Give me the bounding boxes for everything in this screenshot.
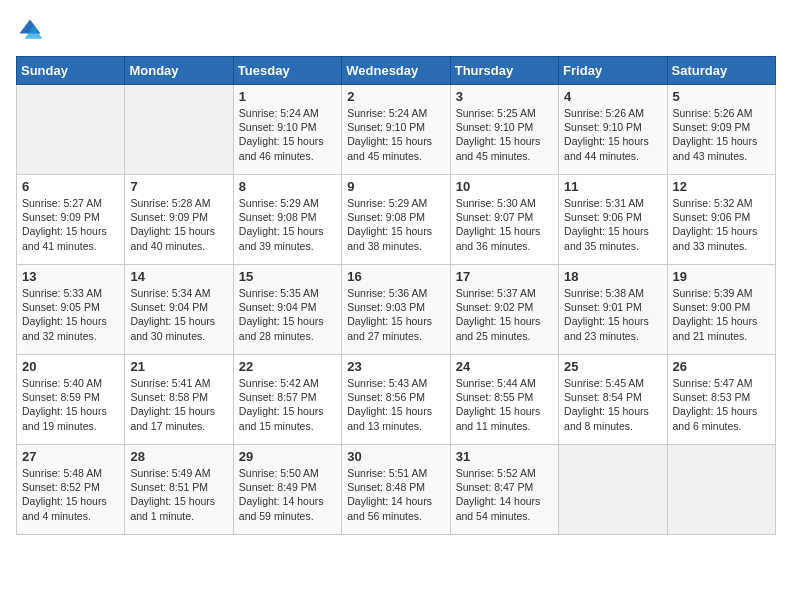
day-info: Sunrise: 5:29 AM Sunset: 9:08 PM Dayligh… bbox=[347, 196, 444, 253]
calendar-cell: 31Sunrise: 5:52 AM Sunset: 8:47 PM Dayli… bbox=[450, 445, 558, 535]
day-number: 16 bbox=[347, 269, 444, 284]
weekday-header: Thursday bbox=[450, 57, 558, 85]
day-info: Sunrise: 5:31 AM Sunset: 9:06 PM Dayligh… bbox=[564, 196, 661, 253]
day-info: Sunrise: 5:30 AM Sunset: 9:07 PM Dayligh… bbox=[456, 196, 553, 253]
day-number: 10 bbox=[456, 179, 553, 194]
calendar-cell: 28Sunrise: 5:49 AM Sunset: 8:51 PM Dayli… bbox=[125, 445, 233, 535]
day-number: 1 bbox=[239, 89, 336, 104]
day-number: 2 bbox=[347, 89, 444, 104]
day-number: 24 bbox=[456, 359, 553, 374]
day-number: 14 bbox=[130, 269, 227, 284]
calendar-cell bbox=[667, 445, 775, 535]
calendar-cell: 27Sunrise: 5:48 AM Sunset: 8:52 PM Dayli… bbox=[17, 445, 125, 535]
day-info: Sunrise: 5:24 AM Sunset: 9:10 PM Dayligh… bbox=[347, 106, 444, 163]
day-number: 5 bbox=[673, 89, 770, 104]
day-number: 11 bbox=[564, 179, 661, 194]
calendar-cell: 13Sunrise: 5:33 AM Sunset: 9:05 PM Dayli… bbox=[17, 265, 125, 355]
logo-icon bbox=[16, 16, 44, 44]
day-number: 23 bbox=[347, 359, 444, 374]
calendar-cell: 15Sunrise: 5:35 AM Sunset: 9:04 PM Dayli… bbox=[233, 265, 341, 355]
calendar-cell: 29Sunrise: 5:50 AM Sunset: 8:49 PM Dayli… bbox=[233, 445, 341, 535]
calendar-week-row: 27Sunrise: 5:48 AM Sunset: 8:52 PM Dayli… bbox=[17, 445, 776, 535]
calendar-cell: 18Sunrise: 5:38 AM Sunset: 9:01 PM Dayli… bbox=[559, 265, 667, 355]
calendar-cell bbox=[17, 85, 125, 175]
weekday-header: Sunday bbox=[17, 57, 125, 85]
weekday-header: Tuesday bbox=[233, 57, 341, 85]
weekday-header: Wednesday bbox=[342, 57, 450, 85]
calendar-cell: 16Sunrise: 5:36 AM Sunset: 9:03 PM Dayli… bbox=[342, 265, 450, 355]
calendar-cell: 25Sunrise: 5:45 AM Sunset: 8:54 PM Dayli… bbox=[559, 355, 667, 445]
day-info: Sunrise: 5:43 AM Sunset: 8:56 PM Dayligh… bbox=[347, 376, 444, 433]
day-info: Sunrise: 5:28 AM Sunset: 9:09 PM Dayligh… bbox=[130, 196, 227, 253]
day-info: Sunrise: 5:45 AM Sunset: 8:54 PM Dayligh… bbox=[564, 376, 661, 433]
day-number: 29 bbox=[239, 449, 336, 464]
day-number: 12 bbox=[673, 179, 770, 194]
calendar-cell: 11Sunrise: 5:31 AM Sunset: 9:06 PM Dayli… bbox=[559, 175, 667, 265]
calendar-cell: 8Sunrise: 5:29 AM Sunset: 9:08 PM Daylig… bbox=[233, 175, 341, 265]
logo bbox=[16, 16, 48, 44]
calendar-cell: 1Sunrise: 5:24 AM Sunset: 9:10 PM Daylig… bbox=[233, 85, 341, 175]
day-number: 17 bbox=[456, 269, 553, 284]
day-number: 4 bbox=[564, 89, 661, 104]
day-info: Sunrise: 5:26 AM Sunset: 9:10 PM Dayligh… bbox=[564, 106, 661, 163]
day-info: Sunrise: 5:35 AM Sunset: 9:04 PM Dayligh… bbox=[239, 286, 336, 343]
calendar-week-row: 20Sunrise: 5:40 AM Sunset: 8:59 PM Dayli… bbox=[17, 355, 776, 445]
day-info: Sunrise: 5:48 AM Sunset: 8:52 PM Dayligh… bbox=[22, 466, 119, 523]
day-number: 28 bbox=[130, 449, 227, 464]
calendar-week-row: 6Sunrise: 5:27 AM Sunset: 9:09 PM Daylig… bbox=[17, 175, 776, 265]
calendar-cell: 22Sunrise: 5:42 AM Sunset: 8:57 PM Dayli… bbox=[233, 355, 341, 445]
day-info: Sunrise: 5:52 AM Sunset: 8:47 PM Dayligh… bbox=[456, 466, 553, 523]
weekday-header: Saturday bbox=[667, 57, 775, 85]
page-header bbox=[16, 16, 776, 44]
day-number: 13 bbox=[22, 269, 119, 284]
day-number: 30 bbox=[347, 449, 444, 464]
weekday-header: Monday bbox=[125, 57, 233, 85]
calendar-cell: 14Sunrise: 5:34 AM Sunset: 9:04 PM Dayli… bbox=[125, 265, 233, 355]
day-info: Sunrise: 5:51 AM Sunset: 8:48 PM Dayligh… bbox=[347, 466, 444, 523]
day-info: Sunrise: 5:36 AM Sunset: 9:03 PM Dayligh… bbox=[347, 286, 444, 343]
day-info: Sunrise: 5:37 AM Sunset: 9:02 PM Dayligh… bbox=[456, 286, 553, 343]
day-info: Sunrise: 5:26 AM Sunset: 9:09 PM Dayligh… bbox=[673, 106, 770, 163]
calendar-header: SundayMondayTuesdayWednesdayThursdayFrid… bbox=[17, 57, 776, 85]
day-number: 26 bbox=[673, 359, 770, 374]
calendar-cell: 12Sunrise: 5:32 AM Sunset: 9:06 PM Dayli… bbox=[667, 175, 775, 265]
calendar-cell: 26Sunrise: 5:47 AM Sunset: 8:53 PM Dayli… bbox=[667, 355, 775, 445]
day-info: Sunrise: 5:24 AM Sunset: 9:10 PM Dayligh… bbox=[239, 106, 336, 163]
day-number: 31 bbox=[456, 449, 553, 464]
day-number: 3 bbox=[456, 89, 553, 104]
calendar-week-row: 1Sunrise: 5:24 AM Sunset: 9:10 PM Daylig… bbox=[17, 85, 776, 175]
calendar-cell: 9Sunrise: 5:29 AM Sunset: 9:08 PM Daylig… bbox=[342, 175, 450, 265]
calendar-cell bbox=[559, 445, 667, 535]
day-info: Sunrise: 5:40 AM Sunset: 8:59 PM Dayligh… bbox=[22, 376, 119, 433]
day-number: 18 bbox=[564, 269, 661, 284]
calendar-cell: 24Sunrise: 5:44 AM Sunset: 8:55 PM Dayli… bbox=[450, 355, 558, 445]
calendar-table: SundayMondayTuesdayWednesdayThursdayFrid… bbox=[16, 56, 776, 535]
calendar-cell: 6Sunrise: 5:27 AM Sunset: 9:09 PM Daylig… bbox=[17, 175, 125, 265]
calendar-cell bbox=[125, 85, 233, 175]
calendar-cell: 7Sunrise: 5:28 AM Sunset: 9:09 PM Daylig… bbox=[125, 175, 233, 265]
calendar-cell: 19Sunrise: 5:39 AM Sunset: 9:00 PM Dayli… bbox=[667, 265, 775, 355]
day-number: 21 bbox=[130, 359, 227, 374]
calendar-cell: 23Sunrise: 5:43 AM Sunset: 8:56 PM Dayli… bbox=[342, 355, 450, 445]
day-info: Sunrise: 5:29 AM Sunset: 9:08 PM Dayligh… bbox=[239, 196, 336, 253]
day-info: Sunrise: 5:32 AM Sunset: 9:06 PM Dayligh… bbox=[673, 196, 770, 253]
day-info: Sunrise: 5:27 AM Sunset: 9:09 PM Dayligh… bbox=[22, 196, 119, 253]
calendar-cell: 2Sunrise: 5:24 AM Sunset: 9:10 PM Daylig… bbox=[342, 85, 450, 175]
day-number: 8 bbox=[239, 179, 336, 194]
day-number: 15 bbox=[239, 269, 336, 284]
day-info: Sunrise: 5:49 AM Sunset: 8:51 PM Dayligh… bbox=[130, 466, 227, 523]
day-number: 22 bbox=[239, 359, 336, 374]
day-info: Sunrise: 5:25 AM Sunset: 9:10 PM Dayligh… bbox=[456, 106, 553, 163]
day-number: 7 bbox=[130, 179, 227, 194]
day-info: Sunrise: 5:44 AM Sunset: 8:55 PM Dayligh… bbox=[456, 376, 553, 433]
day-number: 19 bbox=[673, 269, 770, 284]
calendar-cell: 20Sunrise: 5:40 AM Sunset: 8:59 PM Dayli… bbox=[17, 355, 125, 445]
day-number: 9 bbox=[347, 179, 444, 194]
day-number: 27 bbox=[22, 449, 119, 464]
day-info: Sunrise: 5:47 AM Sunset: 8:53 PM Dayligh… bbox=[673, 376, 770, 433]
day-info: Sunrise: 5:39 AM Sunset: 9:00 PM Dayligh… bbox=[673, 286, 770, 343]
day-number: 6 bbox=[22, 179, 119, 194]
day-number: 25 bbox=[564, 359, 661, 374]
day-info: Sunrise: 5:34 AM Sunset: 9:04 PM Dayligh… bbox=[130, 286, 227, 343]
day-info: Sunrise: 5:38 AM Sunset: 9:01 PM Dayligh… bbox=[564, 286, 661, 343]
